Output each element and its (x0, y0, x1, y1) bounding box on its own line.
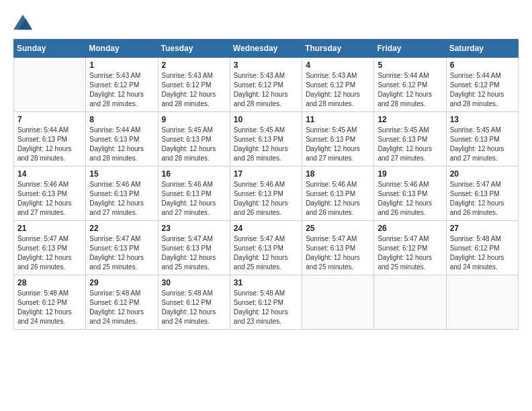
day-number: 29 (89, 278, 154, 287)
day-number: 31 (234, 278, 298, 287)
day-info: Sunrise: 5:48 AM Sunset: 6:12 PM Dayligh… (162, 289, 226, 326)
day-number: 9 (162, 115, 226, 124)
day-number: 10 (234, 115, 298, 124)
day-info: Sunrise: 5:44 AM Sunset: 6:13 PM Dayligh… (89, 126, 154, 163)
weekday-header: Saturday (446, 40, 518, 58)
day-info: Sunrise: 5:47 AM Sunset: 6:13 PM Dayligh… (450, 180, 515, 218)
day-number: 23 (162, 224, 226, 233)
day-number: 7 (17, 115, 82, 124)
day-number: 1 (89, 60, 154, 70)
day-number: 8 (89, 115, 154, 124)
calendar-day-cell: 16Sunrise: 5:46 AM Sunset: 6:13 PM Dayli… (158, 167, 230, 221)
calendar-day-cell: 5Sunrise: 5:44 AM Sunset: 6:12 PM Daylig… (374, 58, 446, 112)
calendar-day-cell: 28Sunrise: 5:48 AM Sunset: 6:12 PM Dayli… (14, 275, 86, 330)
day-info: Sunrise: 5:44 AM Sunset: 6:12 PM Dayligh… (450, 71, 515, 109)
day-info: Sunrise: 5:48 AM Sunset: 6:12 PM Dayligh… (450, 234, 515, 272)
calendar-day-cell (446, 275, 518, 330)
day-info: Sunrise: 5:45 AM Sunset: 6:13 PM Dayligh… (306, 126, 370, 163)
day-info: Sunrise: 5:46 AM Sunset: 6:13 PM Dayligh… (17, 180, 82, 218)
page-header (13, 13, 519, 32)
day-info: Sunrise: 5:47 AM Sunset: 6:13 PM Dayligh… (89, 234, 154, 272)
day-number: 24 (234, 224, 298, 233)
day-info: Sunrise: 5:47 AM Sunset: 6:12 PM Dayligh… (378, 234, 442, 272)
calendar-day-cell: 9Sunrise: 5:45 AM Sunset: 6:13 PM Daylig… (158, 112, 230, 167)
calendar-week-row: 28Sunrise: 5:48 AM Sunset: 6:12 PM Dayli… (14, 275, 519, 330)
day-number: 27 (450, 224, 515, 233)
calendar-day-cell: 11Sunrise: 5:45 AM Sunset: 6:13 PM Dayli… (302, 112, 374, 167)
day-number: 30 (162, 278, 226, 287)
calendar-day-cell: 10Sunrise: 5:45 AM Sunset: 6:13 PM Dayli… (230, 112, 302, 167)
calendar-day-cell: 29Sunrise: 5:48 AM Sunset: 6:12 PM Dayli… (86, 275, 158, 330)
day-number: 4 (306, 60, 370, 70)
day-info: Sunrise: 5:47 AM Sunset: 6:13 PM Dayligh… (162, 234, 226, 272)
calendar-day-cell: 30Sunrise: 5:48 AM Sunset: 6:12 PM Dayli… (158, 275, 230, 330)
calendar-day-cell: 2Sunrise: 5:43 AM Sunset: 6:12 PM Daylig… (158, 58, 230, 112)
weekday-header: Wednesday (230, 40, 302, 58)
day-info: Sunrise: 5:48 AM Sunset: 6:12 PM Dayligh… (234, 289, 298, 326)
day-number: 21 (17, 224, 82, 233)
calendar-day-cell: 31Sunrise: 5:48 AM Sunset: 6:12 PM Dayli… (230, 275, 302, 330)
calendar-day-cell: 7Sunrise: 5:44 AM Sunset: 6:13 PM Daylig… (14, 112, 86, 167)
day-number: 18 (306, 169, 370, 179)
calendar-day-cell: 13Sunrise: 5:45 AM Sunset: 6:13 PM Dayli… (446, 112, 518, 167)
weekday-header: Tuesday (158, 40, 230, 58)
day-info: Sunrise: 5:46 AM Sunset: 6:13 PM Dayligh… (234, 180, 298, 218)
calendar-day-cell: 12Sunrise: 5:45 AM Sunset: 6:13 PM Dayli… (374, 112, 446, 167)
calendar-week-row: 1Sunrise: 5:43 AM Sunset: 6:12 PM Daylig… (14, 58, 519, 112)
calendar-day-cell: 4Sunrise: 5:43 AM Sunset: 6:12 PM Daylig… (302, 58, 374, 112)
day-number: 26 (378, 224, 442, 233)
day-info: Sunrise: 5:45 AM Sunset: 6:13 PM Dayligh… (234, 126, 298, 163)
day-info: Sunrise: 5:46 AM Sunset: 6:13 PM Dayligh… (306, 180, 370, 218)
calendar-day-cell: 8Sunrise: 5:44 AM Sunset: 6:13 PM Daylig… (86, 112, 158, 167)
day-info: Sunrise: 5:44 AM Sunset: 6:12 PM Dayligh… (378, 71, 442, 109)
day-number: 22 (89, 224, 154, 233)
calendar-day-cell (14, 58, 86, 112)
day-number: 12 (378, 115, 442, 124)
calendar-day-cell: 22Sunrise: 5:47 AM Sunset: 6:13 PM Dayli… (86, 221, 158, 275)
calendar-header-row: SundayMondayTuesdayWednesdayThursdayFrid… (14, 40, 519, 58)
day-info: Sunrise: 5:43 AM Sunset: 6:12 PM Dayligh… (89, 71, 154, 109)
day-number: 13 (450, 115, 515, 124)
day-info: Sunrise: 5:47 AM Sunset: 6:13 PM Dayligh… (17, 234, 82, 272)
day-info: Sunrise: 5:46 AM Sunset: 6:13 PM Dayligh… (89, 180, 154, 218)
day-number: 6 (450, 60, 515, 70)
calendar-day-cell: 24Sunrise: 5:47 AM Sunset: 6:13 PM Dayli… (230, 221, 302, 275)
day-number: 16 (162, 169, 226, 179)
calendar-day-cell: 23Sunrise: 5:47 AM Sunset: 6:13 PM Dayli… (158, 221, 230, 275)
calendar-day-cell (374, 275, 446, 330)
day-number: 2 (162, 60, 226, 70)
logo (13, 13, 35, 32)
calendar-day-cell: 27Sunrise: 5:48 AM Sunset: 6:12 PM Dayli… (446, 221, 518, 275)
calendar-day-cell: 21Sunrise: 5:47 AM Sunset: 6:13 PM Dayli… (14, 221, 86, 275)
calendar-week-row: 21Sunrise: 5:47 AM Sunset: 6:13 PM Dayli… (14, 221, 519, 275)
weekday-header: Thursday (302, 40, 374, 58)
calendar-table: SundayMondayTuesdayWednesdayThursdayFrid… (13, 39, 519, 330)
calendar-day-cell: 3Sunrise: 5:43 AM Sunset: 6:12 PM Daylig… (230, 58, 302, 112)
day-number: 11 (306, 115, 370, 124)
calendar-week-row: 14Sunrise: 5:46 AM Sunset: 6:13 PM Dayli… (14, 167, 519, 221)
day-info: Sunrise: 5:45 AM Sunset: 6:13 PM Dayligh… (378, 126, 442, 163)
calendar-day-cell: 17Sunrise: 5:46 AM Sunset: 6:13 PM Dayli… (230, 167, 302, 221)
weekday-header: Friday (374, 40, 446, 58)
day-info: Sunrise: 5:47 AM Sunset: 6:13 PM Dayligh… (306, 234, 370, 272)
weekday-header: Monday (86, 40, 158, 58)
day-number: 5 (378, 60, 442, 70)
day-info: Sunrise: 5:46 AM Sunset: 6:13 PM Dayligh… (162, 180, 226, 218)
calendar-day-cell: 6Sunrise: 5:44 AM Sunset: 6:12 PM Daylig… (446, 58, 518, 112)
calendar-day-cell: 18Sunrise: 5:46 AM Sunset: 6:13 PM Dayli… (302, 167, 374, 221)
day-info: Sunrise: 5:45 AM Sunset: 6:13 PM Dayligh… (450, 126, 515, 163)
day-number: 14 (17, 169, 82, 179)
calendar-day-cell: 20Sunrise: 5:47 AM Sunset: 6:13 PM Dayli… (446, 167, 518, 221)
logo-icon (13, 12, 32, 31)
day-number: 20 (450, 169, 515, 179)
calendar-day-cell: 15Sunrise: 5:46 AM Sunset: 6:13 PM Dayli… (86, 167, 158, 221)
day-info: Sunrise: 5:47 AM Sunset: 6:13 PM Dayligh… (234, 234, 298, 272)
day-number: 17 (234, 169, 298, 179)
day-number: 3 (234, 60, 298, 70)
calendar-day-cell: 26Sunrise: 5:47 AM Sunset: 6:12 PM Dayli… (374, 221, 446, 275)
day-info: Sunrise: 5:43 AM Sunset: 6:12 PM Dayligh… (306, 71, 370, 109)
day-info: Sunrise: 5:48 AM Sunset: 6:12 PM Dayligh… (89, 289, 154, 326)
day-info: Sunrise: 5:44 AM Sunset: 6:13 PM Dayligh… (17, 126, 82, 163)
day-info: Sunrise: 5:43 AM Sunset: 6:12 PM Dayligh… (162, 71, 226, 109)
day-number: 28 (17, 278, 82, 287)
